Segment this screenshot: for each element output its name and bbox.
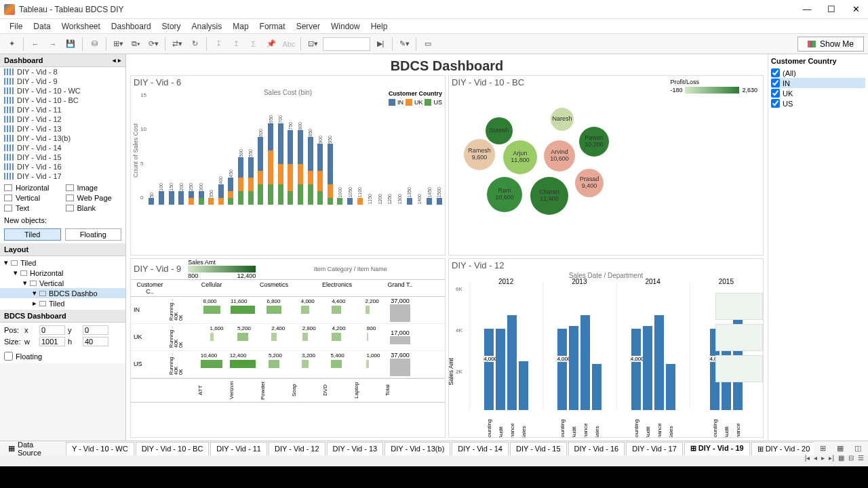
presentation-button[interactable]: ▶| [373,37,388,52]
menu-dashboard[interactable]: Dashboard [106,20,157,33]
bubble-ram[interactable]: Ram10,600 [487,177,522,212]
bubble-suresh[interactable]: Suresh [486,117,513,144]
object-text[interactable]: Text [4,204,60,212]
bubble-ramesh[interactable]: Ramesh9,600 [464,139,495,170]
pin-button[interactable]: 📌 [264,37,279,52]
last-tab-button[interactable]: ▸| [829,454,834,466]
viz-diy-vid-6[interactable]: DIY - Vid - 6 Sales Cost (bin) Count of … [130,75,446,256]
bubble-arvind[interactable]: Arvind10,600 [544,140,575,171]
sheet-tab[interactable]: DIY - Vid - 13(b) [384,442,450,455]
next-tab-button[interactable]: ▸ [821,454,825,466]
bubble-prasad[interactable]: Prasad9,400 [575,169,604,197]
sheet-tab[interactable]: ⊞ DIY - Vid - 19 [684,442,750,455]
menu-story[interactable]: Story [157,20,186,33]
duplicate-button[interactable]: ⧉▾ [128,37,143,52]
filmstrip-button[interactable]: ▦ [838,454,844,466]
viz-diy-vid-9[interactable]: DIY - Vid - 9 Sales Amt 80012,400 Item C… [130,258,446,439]
undo-button[interactable]: ← [28,37,43,52]
close-button[interactable]: ✕ [848,4,864,14]
swap-button[interactable]: ⇄▾ [170,37,184,52]
bubble-arjun[interactable]: Arjun11,800 [503,140,537,174]
sort-tabs-button[interactable]: ⊟ [848,454,854,466]
layout-pane-header[interactable]: Layout [0,243,125,256]
sidebar-sheet[interactable]: DIY - Vid - 13 [0,124,125,134]
sidebar-sheet[interactable]: DIY - Vid - 8 [0,67,125,77]
refresh-button[interactable]: ↻ [187,37,202,52]
bubble-pawan[interactable]: Pawan10,200 [579,127,609,157]
viz-diy-vid-12[interactable]: DIY - Vid - 12 Sales Date / Department S… [448,258,764,439]
viz-diy-vid-10-bc[interactable]: DIY - Vid - 10 - BC Profit/Loss -1802,63… [448,75,764,256]
new-sheet-button[interactable]: ⊞▾ [111,37,125,52]
menu-file[interactable]: File [4,20,28,33]
sort-desc-button[interactable]: ↥ [229,37,243,52]
menu-map[interactable]: Map [227,20,254,33]
menu-server[interactable]: Server [291,20,326,33]
menu-analysis[interactable]: Analysis [186,20,228,33]
sheet-tab[interactable]: DIY - Vid - 13 [327,442,384,455]
sidebar-sheet[interactable]: DIY - Vid - 16 [0,162,125,171]
new-worksheet-button[interactable]: ⊞ [815,441,830,456]
menu-help[interactable]: Help [366,20,393,33]
sort-asc-button[interactable]: ↧ [211,37,226,52]
sidebar-sheet[interactable]: DIY - Vid - 12 [0,115,125,124]
sheet-tab[interactable]: Y - Vid - 10 - WC [66,442,134,455]
sidebar-sheet[interactable]: DIY - Vid - 10 - WC [0,86,125,96]
object-web-page[interactable]: Web Page [66,194,122,202]
new-dashboard-button[interactable]: ▦ [833,441,848,456]
cards-button[interactable]: ▭ [420,37,435,52]
object-vertical[interactable]: Vertical [4,194,60,202]
bubble-naresh[interactable]: Naresh [551,108,574,131]
menu-data[interactable]: Data [28,20,56,33]
menu-window[interactable]: Window [326,20,366,33]
fit-button[interactable]: ⊡▾ [305,37,320,52]
save-button[interactable]: 💾 [63,37,78,52]
layout-node[interactable]: ▸ Tiled [0,298,125,308]
menu-format[interactable]: Format [254,20,291,33]
floating-button[interactable]: Floating [65,228,122,241]
minimize-button[interactable]: — [799,4,815,14]
sidebar-sheet[interactable]: DIY - Vid - 13(b) [0,134,125,143]
filter-item[interactable]: IN [771,78,865,88]
object-image[interactable]: Image [66,184,122,192]
maximize-button[interactable]: ☐ [823,4,840,14]
data-source-tab[interactable]: ▦ Data Source [3,441,64,455]
bubble-charan[interactable]: Charan11,400 [530,177,568,215]
pos-x-input[interactable] [39,325,65,335]
prev-tab-button[interactable]: ◂ [814,454,817,466]
datasource-button[interactable]: ⛁ [87,37,102,52]
layout-node[interactable]: ▾ Tiled [0,258,125,268]
sheet-tab[interactable]: DIY - Vid - 11 [210,442,267,455]
menu-worksheet[interactable]: Worksheet [56,20,106,33]
highlight-button[interactable]: ✎▾ [397,37,412,52]
sidebar-sheet[interactable]: DIY - Vid - 15 [0,152,125,162]
fit-input[interactable] [323,37,370,51]
sheet-tab[interactable]: DIY - Vid - 15 [510,442,567,455]
sheet-tab[interactable]: ⊞ DIY - Vid - 20 [751,442,814,455]
sheet-tab[interactable]: DIY - Vid - 14 [452,442,509,455]
size-w-input[interactable] [39,337,65,346]
filter-item[interactable]: UK [771,88,865,98]
clear-button[interactable]: ⟳▾ [146,37,161,52]
size-h-input[interactable] [83,337,108,346]
layout-node[interactable]: ▾ Vertical [0,278,125,288]
sidebar-sheet[interactable]: DIY - Vid - 14 [0,143,125,152]
tiled-button[interactable]: Tiled [4,228,61,241]
layout-node[interactable]: ▾ BDCS Dashbo [0,288,125,298]
pos-y-input[interactable] [83,325,108,335]
sheet-tab[interactable]: DIY - Vid - 16 [568,442,625,455]
redo-button[interactable]: → [45,37,60,52]
floating-checkbox[interactable] [4,352,13,361]
show-me-button[interactable]: Show Me [797,37,864,52]
abc-button[interactable]: Abc [281,37,296,52]
sidebar-sheet[interactable]: DIY - Vid - 9 [0,77,125,86]
new-story-button[interactable]: ◫ [850,441,865,456]
show-tabs-button[interactable]: ☰ [858,454,864,466]
first-tab-button[interactable]: |◂ [805,454,810,466]
sidebar-sheet[interactable]: DIY - Vid - 11 [0,105,125,115]
filter-item[interactable]: (All) [771,68,865,78]
layout-node[interactable]: ▾ Horizontal [0,268,125,278]
object-horizontal[interactable]: Horizontal [4,184,60,192]
filter-item[interactable]: US [771,98,865,108]
dashboard-pane-header[interactable]: Dashboard◂ ▸ [0,54,125,67]
sheet-tab[interactable]: DIY - Vid - 10 - BC [136,442,210,455]
